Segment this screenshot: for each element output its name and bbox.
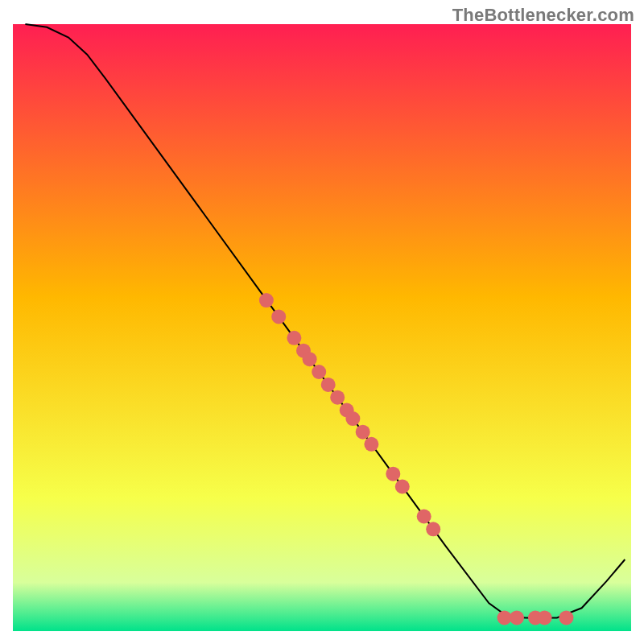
data-point: [303, 352, 317, 366]
chart-canvas: [0, 0, 644, 644]
data-point: [356, 425, 370, 440]
plot-background: [13, 24, 631, 631]
data-point: [559, 610, 573, 625]
data-point: [497, 610, 512, 625]
data-point: [510, 610, 524, 625]
bottleneck-chart: TheBottlenecker.com: [0, 0, 644, 644]
data-point: [330, 390, 345, 405]
data-point: [321, 378, 336, 392]
watermark-text: TheBottlenecker.com: [452, 5, 634, 26]
data-point: [287, 331, 301, 345]
data-point: [538, 610, 552, 625]
data-point: [364, 437, 378, 452]
data-point: [271, 309, 286, 324]
data-point: [312, 365, 326, 379]
data-point: [345, 411, 360, 426]
data-point: [259, 293, 274, 308]
data-point: [386, 467, 400, 481]
data-point: [417, 510, 431, 524]
data-point: [395, 480, 410, 494]
data-point: [426, 522, 440, 536]
